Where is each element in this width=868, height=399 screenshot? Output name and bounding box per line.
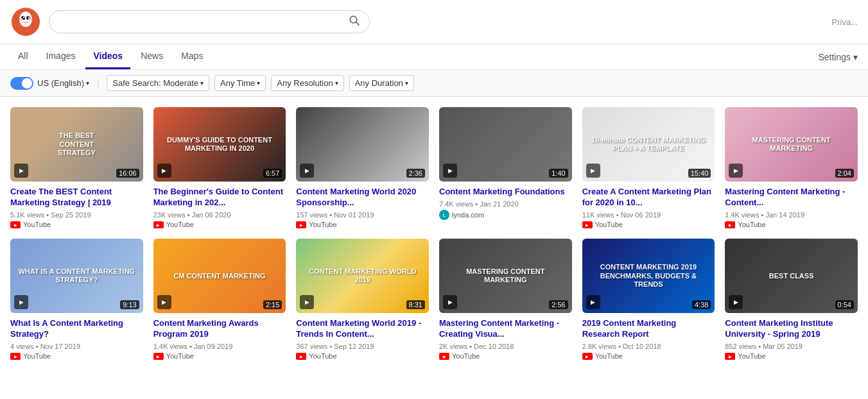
video-title[interactable]: Content Marketing Awards Program 2019 [153,318,286,340]
privacy-link[interactable]: Priva... [832,17,858,27]
language-toggle[interactable]: US (English) ▾ [10,77,89,90]
video-source: YouTube [153,221,286,228]
thumb-overlay-text: MASTERING CONTENT MARKETING [439,262,572,289]
youtube-icon [153,221,164,228]
source-label: YouTube [738,352,765,360]
video-title[interactable]: Content Marketing World 2019 - Trends In… [296,318,429,340]
tab-videos[interactable]: Videos [85,44,130,69]
video-title[interactable]: Content Marketing World 2020 Sponsorship… [296,187,429,208]
video-source: YouTube [10,352,143,360]
video-source: YouTube [439,352,572,360]
video-title[interactable]: The Beginner's Guide to Content Marketin… [153,187,286,208]
chevron-down-icon: ▾ [257,80,260,87]
video-card[interactable]: MASTERING CONTENT MARKETING ▶ 2:56 Maste… [439,239,572,360]
thumb-overlay-text: CONTENT MARKETING 2019 BENCHMARKS, BUDGE… [582,258,715,294]
thumb-overlay-text: MASTERING CONTENT MARKETING [725,131,858,158]
video-duration: 6:57 [263,169,282,178]
video-title[interactable]: Content Marketing Institute University -… [725,318,858,340]
video-thumbnail: 10-minute CONTENT MARKETING PLAN + A TEM… [582,107,715,182]
video-card[interactable]: BEST CLASS ▶ 0:54 Content Marketing Inst… [725,239,858,360]
search-input[interactable]: content marketing [58,16,349,28]
video-thumbnail: ▶ 1:40 [439,107,572,182]
youtube-icon [296,353,306,360]
thumb-overlay-text: DUMMY'S GUIDE TO CONTENT MARKETING IN 20… [153,131,286,158]
video-thumbnail: BEST CLASS ▶ 0:54 [725,239,858,313]
video-card[interactable]: WHAT IS A CONTENT MARKETING STRATEGY? ▶ … [10,239,143,360]
thumb-overlay-text: BEST CLASS [764,267,819,285]
video-meta: 23K views • Jan 06 2020 [153,211,286,219]
source-label: YouTube [166,352,194,360]
video-title[interactable]: Mastering Content Marketing - Creating V… [439,318,572,340]
video-title[interactable]: Content Marketing Foundations [439,187,572,198]
video-source: YouTube [10,221,143,228]
play-button[interactable]: ▶ [300,164,314,178]
youtube-icon [725,353,735,360]
video-thumbnail: CONTENT MARKETING WORLD 2019 ▶ 8:31 [296,239,429,313]
play-button[interactable]: ▶ [586,295,600,309]
thumb-overlay-text: CONTENT MARKETING WORLD 2019 [296,262,429,289]
youtube-icon [725,221,735,228]
video-source: YouTube [725,352,858,360]
play-button[interactable]: ▶ [157,164,171,178]
video-title[interactable]: Create A Content Marketing Plan for 2020… [582,187,715,208]
duration-filter[interactable]: Any Duration ▾ [349,75,414,91]
play-button[interactable]: ▶ [14,295,28,309]
video-title[interactable]: 2019 Content Marketing Research Report [582,318,715,340]
video-card[interactable]: CM CONTENT MARKETING ▶ 2:15 Content Mark… [153,239,286,360]
video-title[interactable]: Create The BEST Content Marketing Strate… [10,187,143,208]
video-card[interactable]: 10-minute CONTENT MARKETING PLAN + A TEM… [582,107,715,228]
nav-tabs: All Images Videos News Maps Settings ▾ [0,44,868,70]
resolution-filter[interactable]: Any Resolution ▾ [271,75,343,91]
play-button[interactable]: ▶ [157,295,171,309]
youtube-icon [10,221,21,228]
tab-news[interactable]: News [133,44,171,69]
video-card[interactable]: THE BESTCONTENTSTRATEGY ▶ 16:06 Create T… [10,107,143,228]
video-title[interactable]: Mastering Content Marketing - Content... [725,187,858,208]
play-button[interactable]: ▶ [443,295,457,309]
video-duration: 8:31 [406,300,425,309]
thumb-overlay-text: 10-minute CONTENT MARKETING PLAN + A TEM… [582,131,715,158]
play-button[interactable]: ▶ [729,164,743,178]
video-meta: 1.4K views • Jan 09 2019 [153,343,286,350]
source-label: YouTube [23,352,51,360]
play-button[interactable]: ▶ [300,295,314,309]
play-button[interactable]: ▶ [443,164,457,178]
video-card[interactable]: ▶ 2:36 Content Marketing World 2020 Spon… [296,107,429,228]
thumb-overlay-text: WHAT IS A CONTENT MARKETING STRATEGY? [10,262,143,289]
toggle-switch[interactable] [10,77,33,90]
video-grid: THE BESTCONTENTSTRATEGY ▶ 16:06 Create T… [0,97,868,370]
video-source: YouTube [153,352,286,360]
video-thumbnail: MASTERING CONTENT MARKETING ▶ 2:56 [439,239,572,313]
thumb-overlay-text [500,139,510,149]
video-thumbnail: ▶ 2:36 [296,107,429,182]
play-button[interactable]: ▶ [729,295,743,309]
video-card[interactable]: CONTENT MARKETING 2019 BENCHMARKS, BUDGE… [582,239,715,360]
tab-all[interactable]: All [10,44,36,69]
video-meta: 367 views • Sep 12 2019 [296,343,429,350]
language-filter[interactable]: US (English) ▾ [37,78,89,88]
video-duration: 2:15 [263,300,282,309]
video-duration: 2:56 [549,300,568,309]
safe-search-filter[interactable]: Safe Search: Moderate ▾ [107,75,209,91]
settings-menu[interactable]: Settings ▾ [818,52,858,62]
time-filter[interactable]: Any Time ▾ [214,75,266,91]
search-bar[interactable]: content marketing [49,10,370,33]
play-button[interactable]: ▶ [14,164,28,178]
video-meta: 2.8K views • Oct 10 2018 [582,343,715,350]
video-source: YouTube [725,221,858,228]
video-title[interactable]: What Is A Content Marketing Strategy? [10,318,143,340]
video-card[interactable]: CONTENT MARKETING WORLD 2019 ▶ 8:31 Cont… [296,239,429,360]
tab-maps[interactable]: Maps [173,44,211,69]
tab-images[interactable]: Images [39,44,83,69]
search-button[interactable] [349,15,360,29]
video-card[interactable]: ▶ 1:40 Content Marketing Foundations 7.4… [439,107,572,228]
video-source: YouTube [582,352,715,360]
video-card[interactable]: MASTERING CONTENT MARKETING ▶ 2:04 Maste… [725,107,858,228]
video-thumbnail: CONTENT MARKETING 2019 BENCHMARKS, BUDGE… [582,239,715,313]
video-card[interactable]: DUMMY'S GUIDE TO CONTENT MARKETING IN 20… [153,107,286,228]
play-button[interactable]: ▶ [586,164,600,178]
video-meta: 157 views • Nov 01 2019 [296,211,429,219]
logo[interactable] [10,6,41,37]
video-source: YouTube [582,221,715,228]
video-duration: 2:36 [406,169,425,178]
